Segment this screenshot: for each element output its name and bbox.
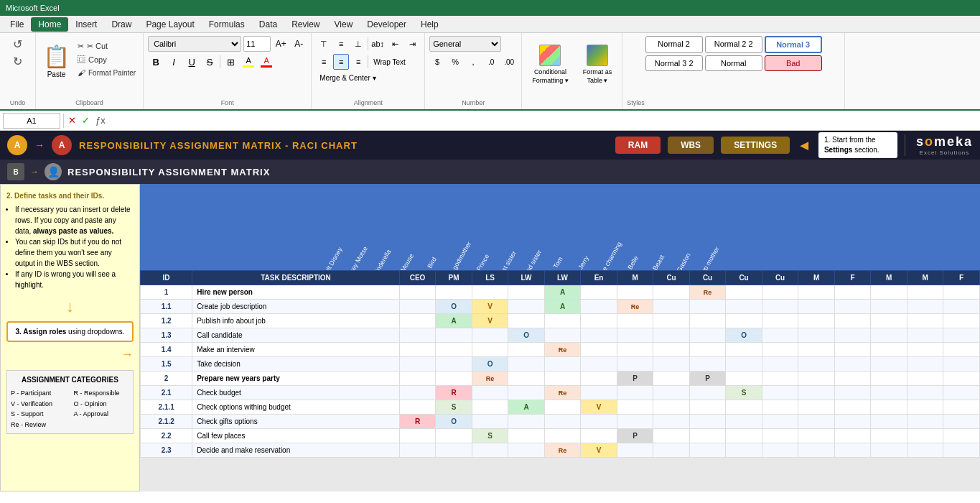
menu-item-insert[interactable]: Insert — [68, 17, 104, 32]
table-cell-role[interactable] — [581, 386, 617, 400]
table-cell-role[interactable] — [907, 372, 943, 386]
table-cell-role[interactable] — [508, 372, 545, 386]
table-cell-role[interactable] — [726, 343, 762, 357]
table-cell-role[interactable] — [653, 429, 690, 443]
table-cell-role[interactable] — [907, 429, 943, 443]
table-cell-role[interactable] — [907, 386, 943, 400]
table-cell-role[interactable] — [399, 386, 436, 400]
decrease-decimal-button[interactable]: .0 — [483, 54, 499, 70]
table-cell-role[interactable] — [581, 285, 617, 300]
table-cell-id[interactable]: 2.2 — [141, 429, 192, 443]
table-cell-task[interactable]: Decide and make reservation — [192, 443, 400, 458]
format-painter-button[interactable]: 🖌 Format Painter — [75, 67, 139, 78]
table-cell-role[interactable] — [544, 372, 581, 386]
increase-decimal-button[interactable]: .00 — [501, 54, 517, 70]
table-cell-role[interactable] — [472, 343, 508, 357]
cut-button[interactable]: ✂ ✂ Cut — [75, 40, 139, 52]
table-cell-role[interactable]: R — [399, 415, 436, 429]
bold-button[interactable]: B — [148, 54, 164, 70]
table-cell-role[interactable] — [653, 400, 690, 415]
table-cell-role[interactable] — [399, 357, 436, 372]
table-cell-role[interactable] — [762, 443, 798, 458]
font-size-input[interactable] — [243, 36, 271, 52]
table-cell-role[interactable] — [436, 285, 472, 300]
table-cell-role[interactable] — [798, 415, 835, 429]
table-cell-role[interactable] — [617, 285, 653, 300]
table-cell-role[interactable] — [617, 415, 653, 429]
table-cell-role[interactable] — [834, 429, 871, 443]
table-cell-role[interactable] — [834, 300, 871, 314]
table-cell-role[interactable] — [871, 357, 907, 372]
table-cell-role[interactable] — [726, 372, 762, 386]
table-cell-role[interactable] — [653, 285, 690, 300]
table-cell-role[interactable] — [943, 357, 980, 372]
table-cell-role[interactable]: V — [581, 443, 617, 458]
table-cell-role[interactable] — [399, 328, 436, 343]
cancel-formula-button[interactable]: ✕ — [67, 114, 78, 127]
table-cell-role[interactable] — [943, 343, 980, 357]
redo-button[interactable]: ↻ — [6, 53, 29, 69]
table-cell-role[interactable]: A — [544, 285, 581, 300]
font-color-button[interactable]: A — [258, 54, 274, 70]
table-cell-role[interactable] — [653, 328, 690, 343]
table-cell-role[interactable] — [726, 400, 762, 415]
table-cell-role[interactable]: Re — [544, 386, 581, 400]
style-normal22[interactable]: Normal 2 2 — [705, 36, 762, 53]
menu-item-file[interactable]: File — [3, 17, 31, 32]
table-cell-role[interactable] — [907, 415, 943, 429]
table-cell-role[interactable] — [762, 415, 798, 429]
menu-item-view[interactable]: View — [327, 17, 360, 32]
table-cell-role[interactable] — [798, 429, 835, 443]
table-cell-role[interactable] — [871, 372, 907, 386]
table-cell-role[interactable] — [508, 314, 545, 328]
table-cell-role[interactable] — [943, 300, 980, 314]
table-cell-role[interactable]: Re — [617, 300, 653, 314]
table-cell-role[interactable] — [798, 372, 835, 386]
menu-item-review[interactable]: Review — [284, 17, 327, 32]
table-cell-role[interactable]: Re — [472, 372, 508, 386]
table-cell-role[interactable] — [762, 328, 798, 343]
table-cell-role[interactable] — [762, 343, 798, 357]
font-size-decrease-button[interactable]: A- — [291, 36, 307, 52]
table-cell-id[interactable]: 2.1.2 — [141, 415, 192, 429]
table-cell-role[interactable] — [943, 429, 980, 443]
table-cell-role[interactable]: A — [508, 400, 545, 415]
number-format-select[interactable]: General Number Currency Date — [429, 36, 501, 52]
table-cell-role[interactable] — [508, 357, 545, 372]
font-size-increase-button[interactable]: A+ — [273, 36, 289, 52]
table-cell-role[interactable] — [617, 386, 653, 400]
table-cell-role[interactable] — [617, 314, 653, 328]
merge-center-button[interactable]: Merge & Center ▾ — [316, 72, 379, 84]
table-cell-id[interactable]: 2.1 — [141, 386, 192, 400]
table-cell-role[interactable] — [399, 343, 436, 357]
table-cell-role[interactable] — [762, 357, 798, 372]
table-cell-role[interactable] — [508, 443, 545, 458]
align-top-button[interactable]: ⊤ — [316, 36, 332, 52]
table-cell-task[interactable]: Call candidate — [192, 328, 400, 343]
table-cell-role[interactable] — [653, 386, 690, 400]
table-cell-role[interactable] — [581, 300, 617, 314]
table-cell-role[interactable] — [472, 386, 508, 400]
table-cell-task[interactable]: Hire new person — [192, 285, 400, 300]
table-cell-role[interactable] — [834, 343, 871, 357]
table-cell-role[interactable] — [581, 357, 617, 372]
table-cell-role[interactable] — [617, 357, 653, 372]
table-cell-role[interactable] — [617, 343, 653, 357]
table-cell-role[interactable] — [943, 386, 980, 400]
table-cell-role[interactable] — [726, 285, 762, 300]
table-cell-role[interactable] — [871, 285, 907, 300]
table-cell-role[interactable] — [871, 300, 907, 314]
table-cell-task[interactable]: Create job description — [192, 300, 400, 314]
table-cell-role[interactable] — [399, 429, 436, 443]
table-cell-role[interactable] — [581, 328, 617, 343]
table-cell-role[interactable] — [472, 285, 508, 300]
table-cell-role[interactable] — [544, 415, 581, 429]
table-cell-role[interactable] — [436, 372, 472, 386]
table-cell-role[interactable]: Re — [544, 443, 581, 458]
style-normal3[interactable]: Normal 3 — [765, 36, 822, 53]
table-cell-role[interactable] — [871, 343, 907, 357]
align-middle-button[interactable]: ≡ — [333, 36, 349, 52]
align-right-button[interactable]: ≡ — [350, 54, 366, 70]
table-cell-role[interactable] — [653, 300, 690, 314]
table-cell-role[interactable] — [436, 443, 472, 458]
